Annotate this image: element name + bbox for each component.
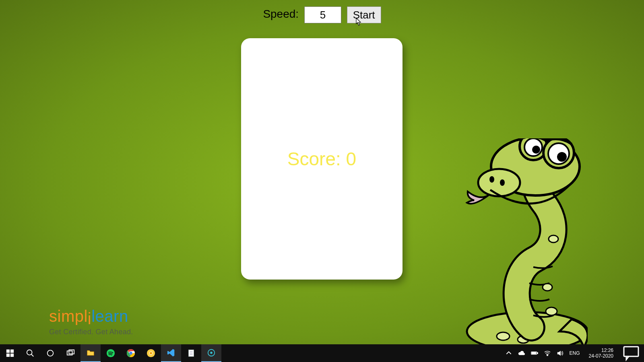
brand-tagline: Get Certified. Get Ahead. (49, 328, 133, 336)
onedrive-icon[interactable] (518, 350, 525, 357)
action-center-button[interactable] (622, 344, 640, 362)
svg-rect-41 (624, 347, 638, 356)
svg-point-3 (546, 307, 557, 315)
task-view-button[interactable] (60, 344, 80, 362)
language-indicator[interactable]: ENG (570, 350, 580, 356)
tray-overflow-icon[interactable] (505, 350, 512, 357)
vscode-button[interactable] (161, 344, 181, 362)
svg-rect-18 (6, 354, 10, 357)
clock-date: 24-07-2020 (589, 353, 613, 359)
brand-part1: simpl (49, 307, 88, 325)
start-button[interactable]: Start (347, 6, 381, 23)
svg-point-36 (210, 352, 213, 354)
svg-point-8 (489, 176, 494, 183)
svg-rect-38 (537, 352, 538, 354)
svg-rect-24 (69, 350, 74, 354)
wifi-icon[interactable] (544, 350, 551, 357)
spotify-button[interactable] (101, 344, 121, 362)
brand-part2: learn (91, 307, 128, 325)
svg-point-30 (150, 352, 152, 354)
svg-rect-39 (532, 352, 536, 354)
svg-point-27 (129, 352, 132, 355)
svg-rect-23 (67, 351, 72, 355)
file-explorer-button[interactable] (80, 344, 101, 362)
search-button[interactable] (20, 344, 40, 362)
system-tray: ENG 12:26 24-07-2020 (501, 344, 644, 362)
cortana-button[interactable] (40, 344, 60, 362)
brand-pipe: i (88, 310, 91, 327)
svg-rect-19 (10, 354, 14, 357)
running-app-button[interactable] (201, 344, 221, 362)
svg-rect-16 (6, 350, 10, 353)
svg-point-15 (557, 152, 567, 162)
desktop: Speed: Start Score: 0 simplilearn Get Ce… (0, 0, 644, 362)
game-controls: Speed: Start (0, 6, 644, 23)
simplilearn-logo: simplilearn Get Certified. Get Ahead. (49, 307, 133, 336)
svg-point-14 (532, 146, 540, 154)
speed-label: Speed: (263, 8, 299, 20)
svg-point-22 (47, 350, 54, 356)
snake-illustration (451, 138, 588, 348)
svg-point-40 (547, 355, 547, 356)
svg-point-9 (500, 179, 505, 186)
start-menu-button[interactable] (0, 344, 20, 362)
svg-point-4 (543, 284, 552, 291)
notepad-button[interactable] (181, 344, 201, 362)
svg-point-1 (497, 332, 510, 340)
battery-icon[interactable] (531, 350, 538, 357)
score-text: Score: 0 (287, 148, 356, 170)
svg-point-20 (27, 350, 32, 355)
chrome-button[interactable] (121, 344, 141, 362)
svg-rect-17 (10, 350, 14, 353)
svg-point-7 (478, 169, 520, 196)
speed-input[interactable] (304, 6, 341, 23)
svg-point-5 (549, 235, 558, 243)
clock[interactable]: 12:26 24-07-2020 (586, 348, 617, 359)
svg-line-21 (31, 354, 34, 357)
taskbar: ENG 12:26 24-07-2020 (0, 344, 644, 362)
volume-icon[interactable] (557, 350, 564, 357)
clock-time: 12:26 (589, 348, 613, 353)
game-card[interactable]: Score: 0 (241, 38, 402, 280)
chrome-alt-button[interactable] (141, 344, 161, 362)
